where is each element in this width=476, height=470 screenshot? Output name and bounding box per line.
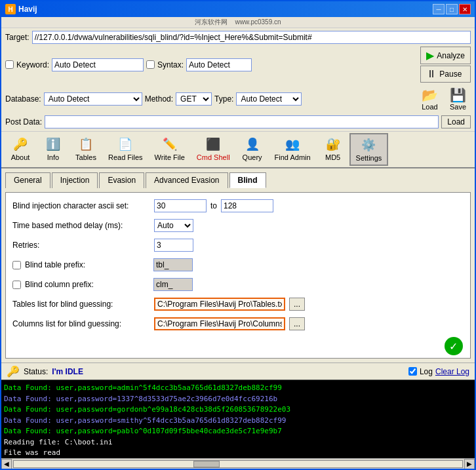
postdata-label: Post Data: bbox=[5, 117, 42, 127]
columns-list-label: Columns list for blind guessing: bbox=[12, 319, 150, 328]
clear-log-button[interactable]: Clear Log bbox=[435, 367, 469, 376]
nav-settings[interactable]: ⚙️ Settings bbox=[349, 133, 389, 166]
timebased-combo[interactable]: Auto 500 1000 2000 5000 bbox=[154, 219, 193, 232]
status-icon: 🔑 bbox=[7, 365, 20, 378]
nav-readfiles[interactable]: 📄 Read Files bbox=[102, 133, 149, 165]
maximize-button[interactable]: □ bbox=[446, 4, 458, 14]
ascii-from-input[interactable] bbox=[154, 199, 207, 212]
scrollbar-track bbox=[13, 460, 463, 468]
ascii-to-input[interactable] bbox=[221, 199, 273, 212]
analyze-button[interactable]: ▶ Analyze bbox=[420, 47, 471, 64]
tab-evasion[interactable]: Evasion bbox=[99, 172, 144, 188]
type-label: Type: bbox=[214, 94, 233, 104]
settings-icon: ⚙️ bbox=[361, 137, 376, 153]
nav-toolbar: 🔑 About ℹ️ Info 📋 Tables 📄 Read Files ✏️ bbox=[1, 132, 475, 168]
status-bar: 🔑 Status: I'm IDLE Log Clear Log bbox=[1, 362, 475, 380]
table-prefix-input[interactable] bbox=[153, 258, 193, 271]
postdata-row: Post Data: Load bbox=[5, 115, 471, 128]
status-text: I'm IDLE bbox=[52, 367, 83, 376]
scroll-left-button[interactable]: ◀ bbox=[1, 459, 12, 469]
minimize-button[interactable]: ─ bbox=[433, 4, 445, 14]
nav-findadmin[interactable]: 👥 Find Admin bbox=[269, 133, 317, 165]
nav-info[interactable]: ℹ️ Info bbox=[37, 133, 69, 165]
ascii-to-label: to bbox=[210, 201, 217, 210]
nav-writefile[interactable]: ✏️ Write File bbox=[149, 133, 191, 165]
column-prefix-input[interactable] bbox=[153, 278, 193, 291]
column-prefix-checkbox[interactable] bbox=[12, 281, 21, 289]
tables-list-input[interactable] bbox=[154, 298, 285, 311]
columns-list-row: Columns list for blind guessing: ... bbox=[12, 317, 464, 330]
method-combo[interactable]: GET POST bbox=[176, 92, 212, 106]
ascii-label: Blind injection character ascii set: bbox=[12, 201, 150, 210]
tab-injection[interactable]: Injection bbox=[52, 172, 98, 188]
md5-label: MD5 bbox=[325, 153, 340, 161]
tab-advanced-evasion[interactable]: Advanced Evasion bbox=[146, 172, 228, 188]
target-label: Target: bbox=[5, 33, 30, 42]
type-combo[interactable]: Auto Detect Error Based Blind bbox=[236, 92, 302, 106]
blind-tab-content: Blind injection character ascii set: to … bbox=[5, 192, 471, 359]
info-icon: ℹ️ bbox=[45, 136, 61, 152]
writefile-label: Write File bbox=[155, 153, 185, 161]
pause-label: Pause bbox=[439, 69, 462, 79]
load-button[interactable]: 📂 Load bbox=[417, 85, 443, 113]
cmdshell-label: Cmd Shell bbox=[197, 153, 230, 161]
retries-label: Retries: bbox=[12, 241, 150, 250]
retries-input[interactable] bbox=[154, 239, 193, 252]
nav-about[interactable]: 🔑 About bbox=[4, 133, 37, 165]
status-label: Status: bbox=[24, 367, 48, 376]
method-label: Method: bbox=[145, 94, 173, 104]
readfiles-icon: 📄 bbox=[117, 136, 133, 152]
db-method-row: Database: Auto Detect MySQL Oracle MSSQL… bbox=[5, 85, 471, 113]
nav-md5[interactable]: 🔐 MD5 bbox=[317, 133, 349, 165]
readfiles-label: Read Files bbox=[108, 153, 143, 161]
tables-browse-button[interactable]: ... bbox=[289, 298, 305, 311]
keyword-input[interactable] bbox=[52, 58, 144, 71]
settings-tab-area: General Injection Evasion Advanced Evasi… bbox=[1, 168, 475, 362]
horizontal-scrollbar[interactable]: ◀ ▶ bbox=[1, 458, 475, 469]
columns-browse-button[interactable]: ... bbox=[289, 317, 305, 330]
query-label: Query bbox=[243, 153, 262, 161]
apply-icon[interactable]: ✓ bbox=[445, 337, 463, 355]
app-icon: H bbox=[5, 4, 16, 14]
load-icon: 📂 bbox=[422, 87, 438, 103]
timebased-label: Time based method delay (ms): bbox=[12, 221, 150, 230]
syntax-checkbox[interactable] bbox=[146, 60, 155, 69]
window-title: Havij bbox=[18, 5, 37, 14]
ascii-range-row: Blind injection character ascii set: to bbox=[12, 199, 464, 212]
settings-tabs-row: General Injection Evasion Advanced Evasi… bbox=[5, 172, 471, 188]
database-label: Database: bbox=[5, 94, 41, 104]
timebased-row: Time based method delay (ms): Auto 500 1… bbox=[12, 219, 464, 232]
scrollbar-thumb[interactable] bbox=[193, 461, 220, 467]
main-window: H Havij ─ □ ✕ 河东软件网 www.pc0359.cn Target… bbox=[0, 0, 476, 470]
table-prefix-checkbox[interactable] bbox=[12, 261, 21, 269]
log-checkbox[interactable] bbox=[408, 367, 417, 376]
watermark-text1: 河东软件网 bbox=[195, 18, 228, 26]
title-bar: H Havij ─ □ ✕ bbox=[1, 1, 475, 17]
keyword-label: Keyword: bbox=[16, 60, 49, 69]
table-prefix-row: Blind table prefix: bbox=[12, 258, 464, 271]
nav-cmdshell[interactable]: ⬛ Cmd Shell bbox=[191, 133, 236, 165]
syntax-input[interactable] bbox=[186, 58, 252, 71]
save-button[interactable]: 💾 Save bbox=[445, 85, 471, 113]
postdata-input[interactable] bbox=[45, 115, 439, 128]
findadmin-icon: 👥 bbox=[285, 136, 300, 152]
findadmin-label: Find Admin bbox=[275, 153, 311, 161]
pause-icon: ⏸ bbox=[426, 68, 437, 80]
nav-query[interactable]: 👤 Query bbox=[236, 133, 269, 165]
close-button[interactable]: ✕ bbox=[459, 4, 471, 14]
pause-button[interactable]: ⏸ Pause bbox=[420, 66, 471, 83]
tab-blind[interactable]: Blind bbox=[229, 172, 266, 188]
tab-general[interactable]: General bbox=[5, 172, 50, 188]
postdata-load-button[interactable]: Load bbox=[441, 115, 471, 128]
about-label: About bbox=[11, 153, 30, 161]
database-combo[interactable]: Auto Detect MySQL Oracle MSSQL Access bbox=[44, 92, 142, 106]
columns-list-input[interactable] bbox=[154, 317, 285, 330]
target-input[interactable] bbox=[32, 31, 471, 44]
window-controls: ─ □ ✕ bbox=[433, 4, 471, 14]
about-icon: 🔑 bbox=[12, 136, 28, 152]
nav-tables[interactable]: 📋 Tables bbox=[69, 133, 102, 165]
analyze-label: Analyze bbox=[437, 51, 465, 60]
apply-area: ✓ Apply bbox=[12, 337, 464, 359]
keyword-checkbox[interactable] bbox=[5, 60, 14, 69]
scroll-right-button[interactable]: ▶ bbox=[464, 459, 475, 469]
